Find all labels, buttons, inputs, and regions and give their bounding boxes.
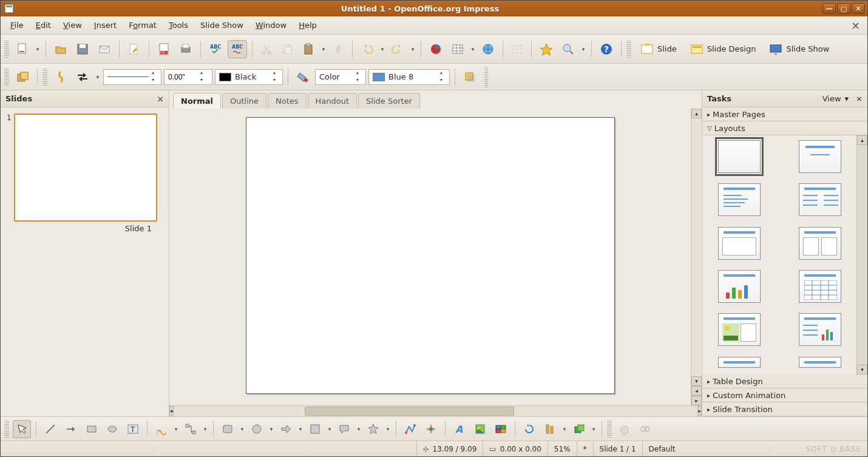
redo-button[interactable] bbox=[388, 40, 407, 58]
open-button[interactable] bbox=[51, 40, 70, 58]
layout-title-clipart-text[interactable] bbox=[718, 313, 761, 346]
menu-tools[interactable]: Tools bbox=[163, 18, 194, 32]
tasks-view-menu[interactable]: View bbox=[822, 94, 841, 103]
menu-edit[interactable]: Edit bbox=[30, 18, 57, 32]
ellipse-tool-button[interactable] bbox=[103, 420, 121, 438]
area-fill-button[interactable] bbox=[293, 68, 313, 86]
arrange-button[interactable] bbox=[13, 68, 32, 86]
symbol-shapes-dropdown[interactable]: ▾ bbox=[268, 426, 274, 432]
tab-normal[interactable]: Normal bbox=[173, 93, 221, 109]
layouts-scroll-down-icon[interactable]: ▾ bbox=[857, 365, 867, 374]
undo-dropdown[interactable]: ▾ bbox=[379, 46, 385, 52]
menu-window[interactable]: Window bbox=[249, 18, 293, 32]
grid-button[interactable] bbox=[508, 40, 526, 58]
alignment-dropdown[interactable]: ▾ bbox=[561, 426, 568, 432]
basic-shapes-dropdown[interactable]: ▾ bbox=[239, 426, 245, 432]
menu-view[interactable]: View bbox=[57, 18, 88, 32]
slides-panel-close-icon[interactable]: × bbox=[157, 94, 164, 104]
stars-dropdown[interactable]: ▾ bbox=[385, 426, 391, 432]
section-master-pages[interactable]: ▸Master Pages bbox=[702, 107, 867, 121]
menu-file[interactable]: Filedocument.currentScript.previousSibli… bbox=[4, 18, 30, 32]
zoom-button[interactable] bbox=[558, 40, 578, 58]
menu-help[interactable]: Help bbox=[293, 18, 323, 32]
arrow-tool-button[interactable] bbox=[62, 420, 80, 438]
menu-slideshow[interactable]: Slide Show bbox=[194, 18, 249, 32]
chart-button[interactable] bbox=[426, 40, 446, 58]
callouts-button[interactable] bbox=[335, 420, 353, 438]
export-pdf-button[interactable]: PDF bbox=[154, 40, 174, 58]
rectangle-tool-button[interactable] bbox=[83, 420, 101, 438]
table-dropdown[interactable]: ▾ bbox=[470, 46, 476, 52]
toolbar-grip[interactable] bbox=[4, 41, 9, 58]
layouts-scroll-up-icon[interactable]: ▴ bbox=[857, 135, 867, 145]
slide-button[interactable]: Slide bbox=[635, 39, 682, 59]
horizontal-scrollbar[interactable]: ◂ ▸ bbox=[169, 405, 702, 416]
toolbar-grip-5[interactable] bbox=[4, 421, 9, 438]
canvas-viewport[interactable] bbox=[169, 109, 691, 405]
toolbar-grip-3[interactable] bbox=[4, 69, 9, 86]
new-button[interactable] bbox=[13, 40, 32, 58]
arrow-style-button[interactable] bbox=[73, 68, 92, 86]
flowchart-dropdown[interactable]: ▾ bbox=[327, 426, 333, 432]
connector-dropdown[interactable]: ▾ bbox=[202, 426, 208, 432]
alignment-button[interactable] bbox=[541, 420, 559, 438]
next-slide-icon[interactable]: ▸ bbox=[691, 396, 702, 405]
arrow-style-dropdown[interactable]: ▾ bbox=[95, 74, 101, 80]
maximize-button[interactable]: ▢ bbox=[837, 3, 850, 14]
cut-button[interactable] bbox=[257, 40, 276, 58]
menu-format[interactable]: Format bbox=[123, 18, 163, 32]
gluepoints-button[interactable] bbox=[422, 420, 440, 438]
section-custom-animation[interactable]: ▸Custom Animation bbox=[702, 388, 867, 402]
navigator-button[interactable] bbox=[537, 40, 556, 58]
curve-dropdown[interactable]: ▾ bbox=[173, 426, 179, 432]
symbol-shapes-button[interactable] bbox=[248, 420, 266, 438]
slide-design-button[interactable]: Slide Design bbox=[685, 39, 762, 59]
line-style-select[interactable]: ▴▾ bbox=[103, 69, 161, 85]
menu-insert[interactable]: Insert bbox=[88, 18, 123, 32]
line-color-select[interactable]: Black▴▾ bbox=[215, 69, 283, 85]
zoom-dropdown[interactable]: ▾ bbox=[580, 46, 586, 52]
format-paintbrush-button[interactable] bbox=[329, 40, 347, 58]
section-table-design[interactable]: ▸Table Design bbox=[702, 374, 867, 388]
extrusion-button[interactable] bbox=[615, 420, 634, 438]
toolbar-overflow[interactable] bbox=[484, 67, 488, 87]
email-button[interactable] bbox=[95, 40, 114, 58]
autospellcheck-button[interactable]: ABC bbox=[228, 40, 247, 58]
tab-handout[interactable]: Handout bbox=[308, 93, 358, 109]
fill-type-select[interactable]: Color▴▾ bbox=[315, 69, 366, 85]
toolbar-grip-2[interactable] bbox=[626, 41, 631, 58]
arrange-dropdown[interactable]: ▾ bbox=[591, 426, 597, 432]
layout-extra-2[interactable] bbox=[799, 357, 841, 368]
close-window-button[interactable]: ✕ bbox=[852, 3, 865, 14]
redo-dropdown[interactable]: ▾ bbox=[410, 46, 416, 52]
select-tool-button[interactable] bbox=[13, 420, 31, 438]
line-tool-button[interactable] bbox=[41, 420, 59, 438]
text-tool-button[interactable]: T bbox=[124, 420, 142, 438]
close-document-button[interactable]: × bbox=[847, 19, 864, 32]
spellcheck-button[interactable]: ABC bbox=[206, 40, 225, 58]
table-button[interactable] bbox=[448, 40, 467, 58]
paste-button[interactable] bbox=[299, 40, 318, 58]
save-button[interactable] bbox=[73, 40, 92, 58]
layouts-scrollbar[interactable]: ▴ ▾ bbox=[856, 135, 867, 374]
layout-title-table[interactable] bbox=[799, 270, 841, 303]
line-width-input[interactable]: ▴▾ bbox=[164, 69, 212, 85]
hscroll-thumb[interactable] bbox=[305, 407, 515, 416]
layout-title-content[interactable] bbox=[718, 183, 761, 216]
scroll-right-icon[interactable]: ▸ bbox=[697, 406, 702, 416]
connector-tool-button[interactable] bbox=[181, 420, 200, 438]
line-style-button[interactable] bbox=[51, 68, 70, 86]
layout-title[interactable] bbox=[799, 140, 841, 173]
scroll-down-icon[interactable]: ▾ bbox=[691, 376, 702, 386]
help-button[interactable]: ? bbox=[597, 40, 616, 58]
rotate-button[interactable] bbox=[520, 420, 538, 438]
layout-two-content[interactable] bbox=[799, 183, 841, 216]
layout-title-text-chart[interactable] bbox=[799, 313, 841, 346]
stars-button[interactable] bbox=[364, 420, 382, 438]
paste-dropdown[interactable]: ▾ bbox=[320, 46, 327, 52]
from-file-button[interactable] bbox=[471, 420, 489, 438]
section-slide-transition[interactable]: ▸Slide Transition bbox=[702, 402, 867, 416]
gallery-button[interactable] bbox=[492, 420, 510, 438]
callouts-dropdown[interactable]: ▾ bbox=[356, 426, 362, 432]
layout-blank[interactable] bbox=[718, 140, 761, 173]
